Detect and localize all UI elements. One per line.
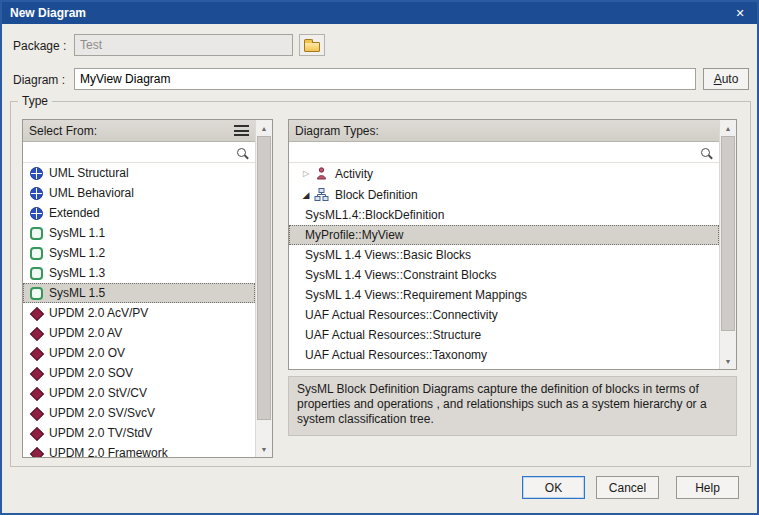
select-from-item-selected[interactable]: SysML 1.5 [23, 283, 255, 303]
search-icon [237, 148, 246, 157]
updm-technology-icon [30, 447, 43, 458]
item-label: UPDM 2.0 AcV/PV [49, 306, 148, 320]
tree-group-block-definition[interactable]: ◢ Block Definition [289, 184, 719, 205]
diagram-types-panel: Diagram Types: ▷ Activity ◢ Block Defini… [288, 119, 737, 370]
select-from-item[interactable]: SysML 1.3 [23, 263, 255, 283]
item-label: SysML 1.1 [49, 226, 105, 240]
updm-technology-icon [30, 347, 43, 360]
hamburger-menu-icon[interactable] [234, 125, 249, 136]
select-from-item[interactable]: UPDM 2.0 Framework [23, 443, 255, 457]
select-from-item[interactable]: UPDM 2.0 OV [23, 343, 255, 363]
select-from-item[interactable]: Extended [23, 203, 255, 223]
select-from-item[interactable]: UPDM 2.0 TV/StdV [23, 423, 255, 443]
item-label: UPDM 2.0 SV/SvcV [49, 406, 155, 420]
type-group-label: Type [18, 94, 52, 108]
diagram-type-item[interactable]: UAF Actual Resources::Connectivity [289, 305, 719, 325]
updm-technology-icon [30, 387, 43, 400]
item-label: UPDM 2.0 SOV [49, 366, 133, 380]
select-from-item[interactable]: UPDM 2.0 AV [23, 323, 255, 343]
select-from-item[interactable]: UML Structural [23, 163, 255, 183]
diagram-type-label: UAF Actual Resources::Structure [305, 328, 481, 342]
package-field [74, 34, 293, 56]
diagram-label: Diagram : [13, 73, 65, 87]
item-label: SysML 1.2 [49, 246, 105, 260]
uml-technology-icon [30, 207, 43, 220]
item-label: UML Behavioral [49, 186, 134, 200]
diagram-type-label: UAF Actual Resources::Taxonomy [305, 348, 487, 362]
diagram-types-header: Diagram Types: [289, 120, 719, 142]
updm-technology-icon [30, 307, 43, 320]
updm-technology-icon [30, 327, 43, 340]
diagram-type-item[interactable]: UAF Actual Resources::Structure [289, 325, 719, 345]
sysml-technology-icon [30, 247, 43, 260]
cancel-button[interactable]: Cancel [596, 476, 659, 499]
tree-group-label: Activity [335, 167, 373, 181]
folder-icon [304, 42, 320, 52]
auto-button[interactable]: Auto [703, 68, 749, 90]
item-label: UPDM 2.0 Framework [49, 446, 168, 457]
block-definition-icon [314, 188, 329, 201]
uml-technology-icon [30, 167, 43, 180]
diagram-type-item-selected[interactable]: MyProfile::MyView [289, 225, 719, 245]
diagram-type-label: SysML1.4::BlockDefinition [305, 208, 444, 222]
select-from-item[interactable]: UPDM 2.0 SOV [23, 363, 255, 383]
ok-button[interactable]: OK [522, 476, 585, 499]
diagram-name-input[interactable] [74, 68, 696, 90]
scrollbar-thumb[interactable] [721, 136, 735, 331]
dialog-title: New Diagram [10, 6, 86, 20]
select-from-item[interactable]: UPDM 2.0 AcV/PV [23, 303, 255, 323]
browse-package-button[interactable] [299, 34, 325, 56]
updm-technology-icon [30, 367, 43, 380]
select-from-panel: Select From: UML Structural UML Behavior… [22, 119, 273, 458]
select-from-search-row [23, 142, 255, 163]
scroll-up-icon[interactable]: ▲ [720, 120, 736, 136]
scroll-down-icon[interactable]: ▼ [720, 353, 736, 369]
scrollbar-track[interactable] [721, 136, 735, 353]
select-from-header: Select From: [23, 120, 255, 142]
scroll-up-icon[interactable]: ▲ [256, 120, 272, 136]
scrollbar-track[interactable] [257, 136, 271, 441]
diagram-types-search-input[interactable] [295, 144, 701, 160]
chevron-right-icon[interactable]: ▷ [298, 169, 314, 178]
item-label: UPDM 2.0 AV [49, 326, 122, 340]
diagram-type-label: MyProfile::MyView [305, 228, 403, 242]
select-from-item[interactable]: UPDM 2.0 SV/SvcV [23, 403, 255, 423]
sysml-technology-icon [30, 287, 43, 300]
diagram-type-label: UAF Actual Resources::Connectivity [305, 308, 498, 322]
scrollbar-thumb[interactable] [257, 136, 271, 420]
item-label: Extended [49, 206, 100, 220]
diagram-type-label: SysML 1.4 Views::Requirement Mappings [305, 288, 527, 302]
item-label: UPDM 2.0 OV [49, 346, 125, 360]
diagram-type-item[interactable]: SysML1.4::BlockDefinition [289, 205, 719, 225]
select-from-item[interactable]: SysML 1.2 [23, 243, 255, 263]
diagram-types-header-label: Diagram Types: [295, 124, 379, 138]
diagram-type-item[interactable]: UAF Actual Resources::Taxonomy [289, 345, 719, 365]
titlebar: New Diagram ✕ [2, 2, 757, 24]
diagram-description-text: SysML Block Definition Diagrams capture … [297, 382, 707, 426]
chevron-expanded-icon[interactable]: ◢ [298, 190, 314, 200]
select-from-scrollbar: ▲ ▼ [255, 120, 272, 457]
scroll-down-icon[interactable]: ▼ [256, 441, 272, 457]
select-from-item[interactable]: UPDM 2.0 StV/CV [23, 383, 255, 403]
activity-icon [314, 167, 329, 180]
diagram-types-scrollbar: ▲ ▼ [719, 120, 736, 369]
diagram-type-item[interactable]: SysML 1.4 Views::Basic Blocks [289, 245, 719, 265]
sysml-technology-icon [30, 267, 43, 280]
select-from-list: UML Structural UML Behavioral Extended S… [23, 163, 255, 457]
sysml-technology-icon [30, 227, 43, 240]
updm-technology-icon [30, 407, 43, 420]
select-from-search-input[interactable] [29, 144, 237, 160]
help-button[interactable]: Help [676, 476, 739, 499]
select-from-item[interactable]: UML Behavioral [23, 183, 255, 203]
select-from-header-label: Select From: [29, 124, 97, 138]
diagram-type-item[interactable]: SysML 1.4 Views::Constraint Blocks [289, 265, 719, 285]
diagram-type-item[interactable]: SysML 1.4 Views::Requirement Mappings [289, 285, 719, 305]
diagram-types-search-row [289, 142, 719, 163]
close-icon[interactable]: ✕ [731, 5, 749, 21]
new-diagram-dialog: New Diagram ✕ Package : Diagram : Auto T… [0, 0, 759, 515]
diagram-description: SysML Block Definition Diagrams capture … [288, 376, 737, 436]
tree-group-label: Block Definition [335, 188, 418, 202]
item-label: SysML 1.5 [49, 286, 105, 300]
tree-group-activity[interactable]: ▷ Activity [289, 163, 719, 184]
select-from-item[interactable]: SysML 1.1 [23, 223, 255, 243]
